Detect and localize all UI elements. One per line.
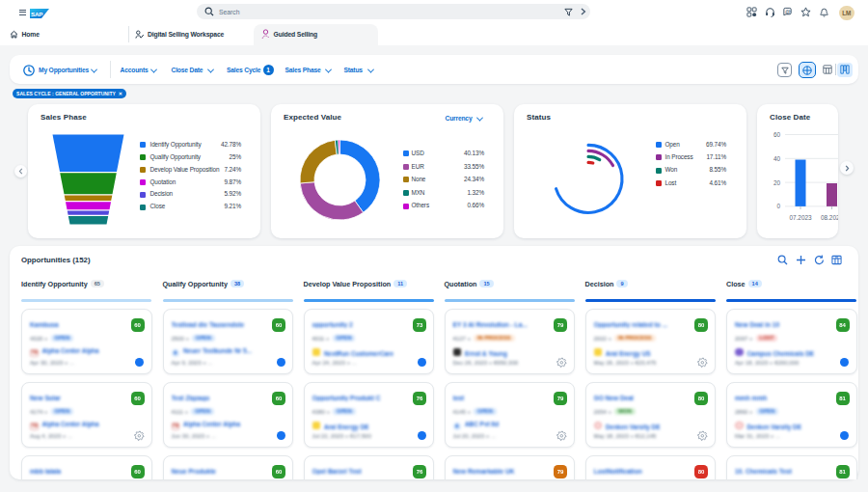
svg-text:0: 0: [776, 203, 780, 209]
svg-text:60: 60: [773, 131, 781, 138]
svg-text:SAP: SAP: [31, 10, 42, 16]
svg-text:20: 20: [773, 179, 781, 186]
svg-text:40: 40: [773, 155, 781, 162]
svg-text:07.2023: 07.2023: [789, 214, 812, 221]
svg-text:08.2023: 08.2023: [821, 214, 838, 221]
svg-text:@: @: [785, 9, 791, 14]
